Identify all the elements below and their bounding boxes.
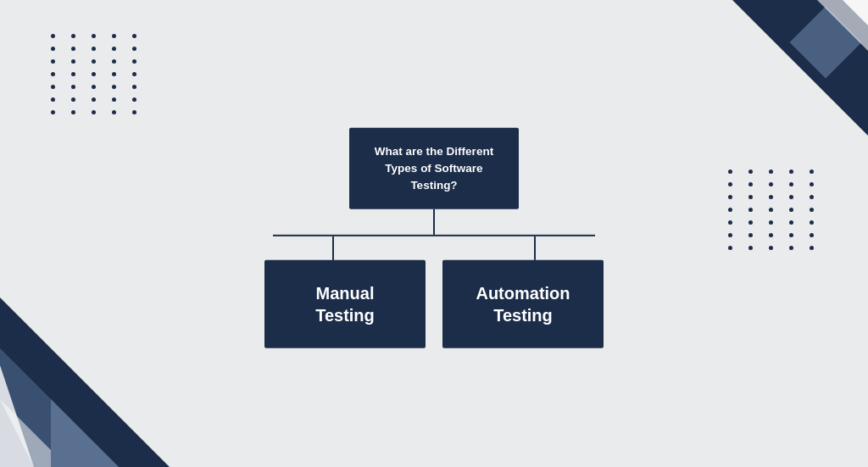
branch-line-left [332,236,334,260]
software-testing-diagram: What are the Different Types of Software… [264,127,604,348]
top-box: What are the Different Types of Software… [349,127,519,209]
vertical-line-top [433,209,435,235]
automation-testing-label: Automation Testing [476,284,570,325]
branch-line-right [534,236,536,260]
dot-grid-right [728,170,821,250]
dot-grid-topleft [51,34,144,114]
diagram-connector [273,209,595,260]
top-box-text: What are the Different Types of Software… [375,144,493,192]
triangle-topright-decoration [732,0,868,136]
bottom-boxes: Manual Testing Automation Testing [264,260,604,348]
automation-testing-box: Automation Testing [442,260,604,348]
triangle-bottomleft-decoration [0,297,170,467]
branch-lines [273,236,595,260]
manual-testing-box: Manual Testing [264,260,426,348]
manual-testing-label: Manual Testing [315,284,375,325]
